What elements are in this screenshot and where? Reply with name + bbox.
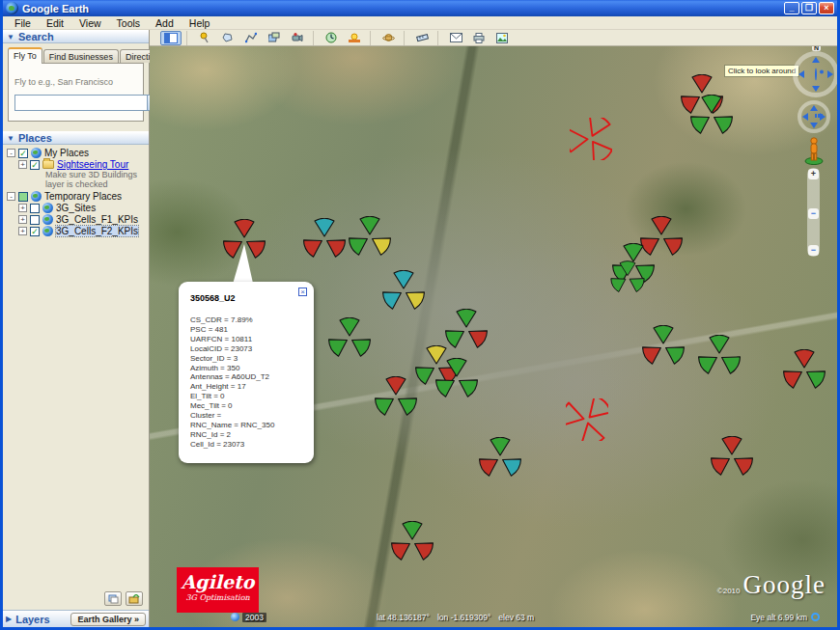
cell-marker[interactable]	[375, 376, 417, 419]
tab-find-businesses[interactable]: Find Businesses	[43, 49, 119, 63]
search-panel-header[interactable]: ▼ Search	[3, 30, 149, 43]
expander-icon[interactable]: -	[7, 149, 15, 157]
imagery-date[interactable]: 2003	[231, 613, 266, 622]
move-joystick[interactable]	[798, 100, 830, 133]
tab-fly-to[interactable]: Fly To	[8, 47, 42, 64]
checkbox-unchecked[interactable]	[30, 204, 40, 213]
places-panel-header[interactable]: ▼ Places	[3, 131, 149, 145]
map-viewport[interactable]: Click to look around N	[150, 46, 837, 627]
sidebar-toggle-button[interactable]	[160, 31, 182, 45]
expander-icon[interactable]: +	[18, 215, 27, 224]
fly-to-input[interactable]	[15, 96, 147, 110]
earth-icon	[31, 191, 42, 202]
ruler-button[interactable]	[411, 31, 433, 45]
cell-marker[interactable]	[698, 335, 741, 377]
cell-marker[interactable]	[606, 257, 649, 299]
historical-imagery-button[interactable]	[321, 31, 342, 45]
tree-item-my-places[interactable]: - ✓ My Places	[7, 148, 147, 158]
snapshot-view-button[interactable]	[104, 591, 122, 606]
cell-marker[interactable]	[303, 218, 346, 260]
email-view-button[interactable]	[126, 591, 143, 606]
balloon-line: El_Tilt = 0	[190, 392, 304, 401]
cell-marker[interactable]	[783, 349, 826, 392]
expander-icon[interactable]: -	[7, 192, 15, 201]
look-left-arrow-icon[interactable]	[798, 70, 804, 78]
folder-arrow-icon	[128, 594, 140, 604]
cell-marker[interactable]	[328, 317, 371, 360]
compass-north-label: N	[812, 46, 821, 51]
tree-item-sightseeing-tour[interactable]: + ✓ Sightseeing Tour	[18, 159, 147, 170]
expander-icon[interactable]: +	[18, 160, 27, 169]
cell-marker[interactable]	[391, 521, 434, 563]
balloon-line: Mec_Tilt = 0	[190, 401, 304, 411]
cell-marker[interactable]	[435, 358, 478, 400]
expander-icon[interactable]: +	[18, 227, 27, 235]
tree-item-temporary-places[interactable]: - Temporary Places	[7, 191, 147, 202]
tree-item-3g-cells-f2-kpis[interactable]: + ✓ 3G_Cells_F2_KPIs	[18, 226, 147, 236]
balloon-title: 350568_U2	[190, 293, 304, 303]
balloon-line: UARFCN = 10811	[190, 335, 304, 344]
menu-help[interactable]: Help	[182, 17, 218, 29]
menu-add[interactable]: Add	[148, 17, 182, 29]
minimize-button[interactable]: _	[784, 2, 799, 14]
cell-marker[interactable]	[690, 95, 733, 137]
checkbox-partial[interactable]	[18, 192, 28, 202]
cell-marker-hollow[interactable]	[566, 398, 608, 441]
print-button[interactable]	[468, 31, 490, 45]
cell-marker[interactable]	[479, 437, 521, 479]
zoom-out-button[interactable]: −	[808, 245, 819, 256]
move-right-arrow-icon[interactable]	[820, 113, 826, 121]
add-polygon-button[interactable]	[217, 31, 238, 45]
google-logo: Google	[743, 570, 826, 600]
switch-planet-button[interactable]	[378, 31, 399, 45]
layers-panel-header[interactable]: ▶ Layers Earth Gallery »	[3, 610, 149, 627]
add-image-overlay-button[interactable]	[264, 31, 285, 45]
close-button[interactable]: ×	[819, 2, 834, 14]
menu-edit[interactable]: Edit	[39, 17, 71, 29]
menu-file[interactable]: File	[7, 17, 39, 29]
expander-icon[interactable]: +	[18, 204, 27, 212]
menu-tools[interactable]: Tools	[109, 17, 149, 29]
fly-to-form: Fly to e.g., San Francisco ▼	[8, 64, 144, 122]
add-path-button[interactable]	[240, 31, 262, 45]
longitude-value: lon -1.619309°	[437, 613, 490, 622]
pegman-street-view[interactable]	[804, 136, 824, 165]
checkbox-unchecked[interactable]	[30, 215, 40, 225]
checkbox-checked[interactable]: ✓	[30, 160, 40, 170]
checkbox-checked[interactable]: ✓	[18, 149, 28, 158]
menu-view[interactable]: View	[71, 17, 109, 29]
cell-marker[interactable]	[642, 325, 685, 368]
status-bar: 2003 lat 48.136187° lon -1.619309° elev …	[150, 611, 837, 623]
email-button[interactable]	[445, 31, 466, 45]
look-down-arrow-icon[interactable]	[812, 86, 820, 92]
move-down-arrow-icon[interactable]	[810, 123, 818, 128]
move-left-arrow-icon[interactable]	[802, 113, 808, 121]
cell-marker[interactable]	[349, 216, 391, 259]
tree-item-3g-sites[interactable]: + 3G_Sites	[18, 203, 147, 213]
move-up-arrow-icon[interactable]	[810, 105, 818, 111]
tree-item-3g-cells-f1-kpis[interactable]: + 3G_Cells_F1_KPIs	[18, 214, 147, 225]
look-up-arrow-icon[interactable]	[812, 57, 820, 63]
add-placemark-button[interactable]	[194, 31, 215, 45]
look-right-arrow-icon[interactable]	[827, 70, 833, 78]
cell-marker[interactable]	[711, 436, 753, 479]
save-image-button[interactable]	[491, 31, 513, 45]
zoom-slider-handle[interactable]: −	[808, 208, 819, 219]
earth-icon	[42, 203, 53, 213]
cell-marker-hollow[interactable]	[570, 118, 612, 160]
agileto-watermark: Agileto 3G Optimisation	[177, 567, 259, 613]
restore-button[interactable]: ❐	[801, 2, 817, 14]
earth-gallery-button[interactable]: Earth Gallery »	[70, 613, 146, 626]
record-tour-button[interactable]	[287, 31, 308, 45]
google-earth-window: Google Earth _ ❐ × File Edit View Tools …	[0, 0, 840, 630]
expand-triangle-icon: ▶	[6, 615, 12, 623]
watermark-subtitle: 3G Optimisation	[177, 593, 259, 602]
zoom-in-button[interactable]: +	[808, 169, 819, 179]
title-bar: Google Earth _ ❐ ×	[3, 0, 837, 16]
cell-marker[interactable]	[382, 270, 425, 313]
sunlight-button[interactable]	[344, 31, 365, 45]
balloon-close-icon[interactable]: ×	[298, 288, 307, 296]
checkbox-checked[interactable]: ✓	[30, 227, 40, 236]
zoom-slider[interactable]: + − −	[807, 168, 820, 257]
look-joystick[interactable]	[793, 51, 837, 97]
